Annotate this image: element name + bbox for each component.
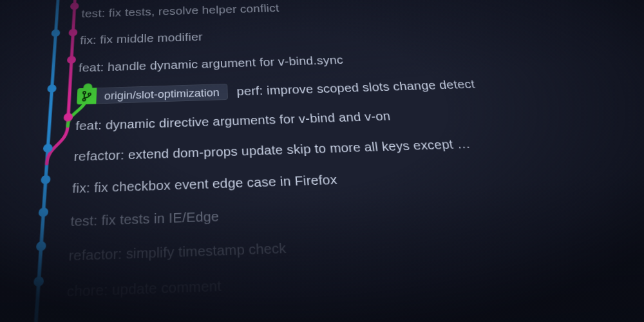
svg-point-12 [51,29,60,37]
commit-message: refactor: simplify timestamp check [68,240,287,264]
commit-message: perf: improve scoped slots change detect [236,77,476,98]
commit-message: fix: fix checkbox event edge case in Fir… [72,172,338,196]
svg-point-2 [68,29,77,37]
svg-point-13 [47,84,57,93]
commit-message: refactor: extend dom-props update skip t… [73,137,471,164]
svg-point-10 [33,276,44,287]
commit-message: feat: handle dynamic argument for v-bind… [79,53,344,75]
svg-point-15 [82,99,85,101]
svg-point-7 [41,175,51,184]
svg-point-8 [38,207,48,217]
svg-point-3 [67,56,76,64]
commit-message: test: fix tests, resolve helper conflict [81,2,279,20]
svg-point-1 [70,3,79,10]
commit-message: test: fix tests in IE/Edge [70,209,220,229]
commit-list: refactor: v-bind dynamic arguments use b… [66,0,644,310]
svg-point-9 [36,242,46,252]
commit-message: feat: dynamic directive arguments for v-… [75,109,392,133]
commit-row[interactable]: refactor: simplify timestamp check [68,213,644,274]
commit-row[interactable]: chore: update comment [66,247,644,310]
svg-point-5 [63,113,73,121]
